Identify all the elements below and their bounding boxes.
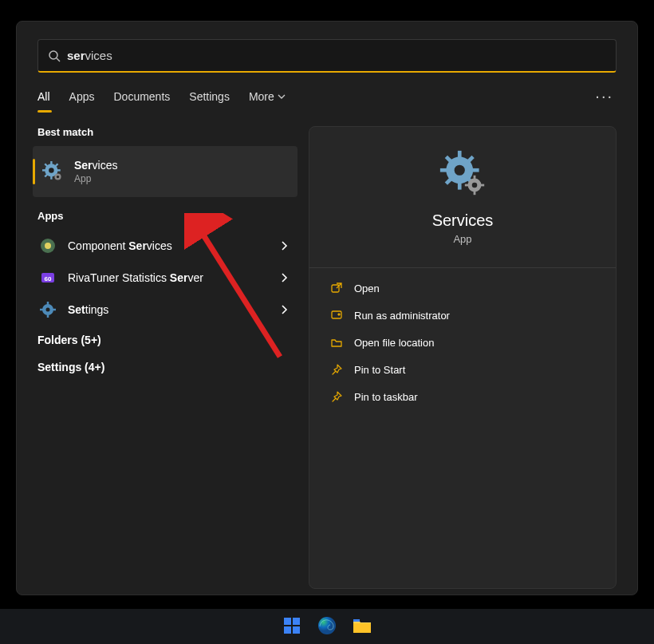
- svg-line-1: [57, 58, 60, 61]
- svg-line-10: [45, 174, 47, 176]
- taskbar: [0, 609, 654, 644]
- svg-rect-49: [353, 619, 360, 622]
- folder-icon: [330, 336, 343, 349]
- result-tabs: All Apps Documents Settings More ···: [37, 84, 617, 109]
- best-match-name: Services: [74, 159, 117, 172]
- more-options-button[interactable]: ···: [592, 84, 617, 109]
- result-label: RivaTuner Statistics Server: [68, 271, 203, 284]
- detail-pane: Services App Open Run as administrator O…: [309, 126, 617, 589]
- svg-line-11: [55, 164, 57, 166]
- services-gear-large-icon: [439, 149, 487, 197]
- svg-text:60: 60: [45, 275, 52, 282]
- svg-rect-40: [332, 285, 339, 292]
- tab-more[interactable]: More: [249, 85, 286, 108]
- svg-line-8: [45, 164, 47, 166]
- start-button[interactable]: [282, 615, 302, 636]
- svg-rect-43: [284, 618, 291, 625]
- detail-title: Services: [432, 211, 494, 230]
- result-label: Settings: [68, 303, 108, 316]
- results-list: Best match Services App Apps: [33, 126, 297, 589]
- result-label: Component Services: [68, 239, 172, 252]
- result-component-services[interactable]: Component Services: [33, 230, 297, 262]
- action-label: Run as administrator: [354, 310, 450, 322]
- svg-point-19: [46, 308, 50, 312]
- result-folders-group[interactable]: Folders (5+): [33, 326, 297, 346]
- start-search-panel: services All Apps Documents Settings Mor…: [16, 21, 638, 595]
- svg-rect-46: [293, 626, 300, 634]
- section-best-match: Best match: [37, 126, 297, 138]
- settings-gear-icon: [39, 301, 57, 318]
- chevron-right-icon: [280, 305, 288, 314]
- svg-point-35: [472, 183, 478, 188]
- search-box[interactable]: services: [37, 39, 617, 73]
- svg-point-15: [45, 243, 51, 249]
- detail-type: App: [453, 233, 471, 245]
- svg-point-0: [49, 51, 57, 59]
- action-open[interactable]: Open: [309, 275, 616, 302]
- action-run-admin[interactable]: Run as administrator: [309, 302, 616, 329]
- tab-all[interactable]: All: [37, 85, 50, 108]
- shield-admin-icon: [330, 309, 343, 322]
- best-match-type: App: [74, 173, 117, 184]
- tab-settings[interactable]: Settings: [189, 85, 230, 108]
- result-settings-group[interactable]: Settings (4+): [33, 353, 297, 373]
- search-icon: [48, 49, 61, 62]
- action-pin-start[interactable]: Pin to Start: [309, 356, 616, 383]
- component-services-icon: [39, 237, 57, 255]
- detail-actions: Open Run as administrator Open file loca…: [309, 267, 616, 410]
- svg-line-30: [446, 156, 451, 161]
- result-rivatuner[interactable]: 60 RivaTuner Statistics Server: [33, 262, 297, 294]
- file-explorer-icon[interactable]: [352, 615, 372, 636]
- best-match-item[interactable]: Services App: [33, 146, 297, 197]
- svg-line-32: [446, 180, 451, 184]
- action-pin-taskbar[interactable]: Pin to taskbar: [309, 383, 616, 410]
- svg-line-33: [469, 156, 474, 161]
- svg-rect-45: [284, 626, 291, 634]
- action-label: Pin to taskbar: [354, 391, 418, 403]
- tab-documents[interactable]: Documents: [113, 85, 170, 108]
- svg-point-3: [49, 168, 54, 173]
- chevron-right-icon: [280, 273, 288, 282]
- svg-rect-48: [353, 623, 371, 633]
- svg-point-13: [57, 176, 59, 178]
- search-input-text: services: [67, 49, 112, 62]
- rivatuner-icon: 60: [39, 269, 57, 286]
- action-label: Open: [354, 282, 380, 294]
- result-settings[interactable]: Settings: [33, 294, 297, 326]
- tab-apps[interactable]: Apps: [69, 85, 95, 108]
- services-gear-icon: [42, 161, 63, 182]
- section-apps: Apps: [37, 210, 297, 222]
- chevron-right-icon: [280, 241, 288, 251]
- action-label: Open file location: [354, 337, 434, 349]
- edge-browser-icon[interactable]: [317, 615, 337, 636]
- action-label: Pin to Start: [354, 364, 405, 376]
- action-open-location[interactable]: Open file location: [309, 329, 616, 356]
- svg-rect-44: [293, 618, 300, 625]
- pin-icon: [330, 363, 343, 376]
- svg-point-25: [455, 165, 465, 176]
- open-icon: [330, 282, 343, 294]
- pin-icon: [330, 390, 343, 403]
